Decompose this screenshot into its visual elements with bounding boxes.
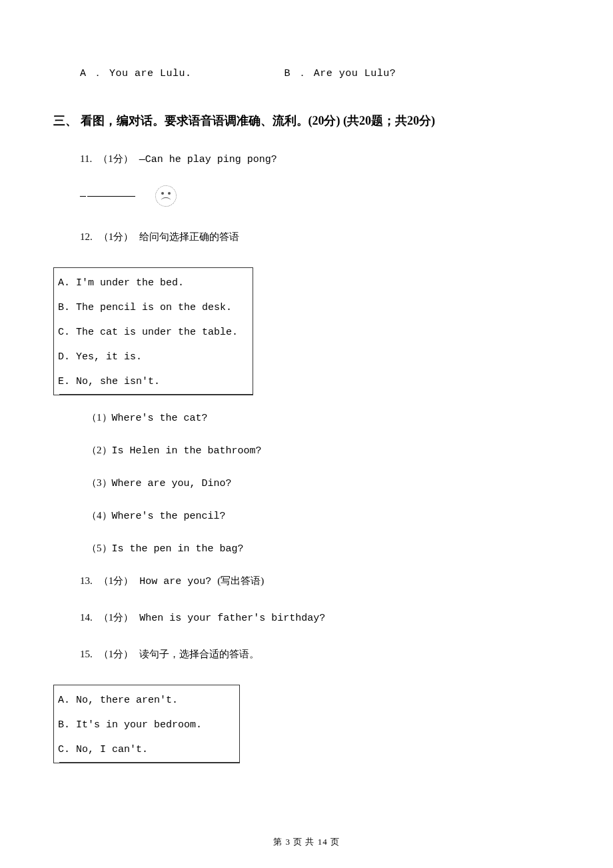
question-12: 12. （1分） 给问句选择正确的答语 bbox=[80, 231, 560, 243]
q12-score: （1分） bbox=[99, 231, 134, 242]
option-a-label: A ． bbox=[80, 68, 103, 79]
q12-sub-5: （5）Is the pen in the bag? bbox=[87, 542, 560, 555]
q12-sub4-text: Where's the pencil? bbox=[112, 511, 226, 522]
footer-text: 第 3 页 共 14 页 bbox=[273, 837, 340, 847]
q12-box-c: C. The cat is under the table. bbox=[58, 320, 249, 345]
q14-number: 14. bbox=[80, 612, 93, 623]
q15-number: 15. bbox=[80, 649, 93, 659]
q12-number: 12. bbox=[80, 231, 93, 242]
q12-sub3-num: （3） bbox=[87, 477, 112, 488]
section-heading: 三、 看图，编对话。要求语音语调准确、流利。(20分) (共20题；共20分) bbox=[53, 113, 560, 129]
q11-prompt: —Can he play ping pong? bbox=[139, 154, 277, 165]
q13-number: 13. bbox=[80, 575, 93, 586]
q15-answer-box: A. No, there aren't. B. It's in your bed… bbox=[53, 685, 240, 763]
page-footer: 第 3 页 共 14 页 bbox=[0, 836, 613, 848]
option-b-label: B ． bbox=[285, 68, 308, 79]
q12-sub-1: （1）Where's the cat? bbox=[87, 411, 560, 424]
q13-prompt-en: How are you? bbox=[139, 576, 217, 587]
q11-answer-line: — bbox=[80, 185, 560, 207]
q12-box-a: A. I'm under the bed. bbox=[58, 271, 249, 295]
question-11: 11. （1分） —Can he play ping pong? — bbox=[80, 153, 560, 207]
q12-sub2-text: Is Helen in the bathroom? bbox=[112, 445, 262, 457]
q12-sub1-text: Where's the cat? bbox=[112, 413, 208, 424]
page-container: A ． You are Lulu. B ． Are you Lulu? 三、 看… bbox=[0, 0, 613, 868]
q14-prompt: When is your father's birthday? bbox=[139, 613, 325, 624]
q11-number: 11. bbox=[80, 153, 92, 164]
q12-sub3-text: Where are you, Dino? bbox=[112, 478, 232, 489]
q12-sub-4: （4）Where's the pencil? bbox=[87, 509, 560, 522]
question-15: 15. （1分） 读句子，选择合适的答语。 bbox=[80, 648, 560, 661]
q11-score: （1分） bbox=[98, 153, 133, 164]
q12-sub1-num: （1） bbox=[87, 412, 112, 423]
q15-score: （1分） bbox=[99, 649, 134, 659]
option-b-text: Are you Lulu? bbox=[314, 68, 396, 79]
q15-box-c: C. No, I can't. bbox=[58, 737, 235, 762]
q14-score: （1分） bbox=[99, 612, 134, 623]
q13-prompt-cn: (写出答语) bbox=[217, 575, 264, 586]
q12-sub5-num: （5） bbox=[87, 543, 112, 553]
question-14: 14. （1分） When is your father's birthday? bbox=[80, 611, 560, 624]
q12-box-d: D. Yes, it is. bbox=[58, 345, 249, 369]
option-a-text: You are Lulu. bbox=[109, 68, 192, 79]
q11-prompt-line: 11. （1分） —Can he play ping pong? bbox=[80, 153, 560, 165]
question-options-row: A ． You are Lulu. B ． Are you Lulu? bbox=[80, 67, 560, 79]
section-title: 看图，编对话。要求语音语调准确、流利。(20分) (共20题；共20分) bbox=[77, 114, 435, 127]
q12-box-e: E. No, she isn't. bbox=[58, 369, 249, 394]
q12-answer-box: A. I'm under the bed. B. The pencil is o… bbox=[53, 267, 253, 395]
q12-prompt-line: 12. （1分） 给问句选择正确的答语 bbox=[80, 231, 560, 243]
q12-box-b: B. The pencil is on the desk. bbox=[58, 295, 249, 320]
q12-sub5-text: Is the pen in the bag? bbox=[112, 543, 244, 555]
sad-face-icon bbox=[155, 185, 177, 207]
box-inner-border bbox=[59, 394, 253, 395]
blank-underline[interactable] bbox=[87, 196, 135, 197]
q15-box-a: A. No, there aren't. bbox=[58, 688, 235, 713]
q12-sub-3: （3）Where are you, Dino? bbox=[87, 477, 560, 489]
section-number: 三、 bbox=[53, 114, 77, 127]
question-13: 13. （1分） How are you? (写出答语) bbox=[80, 575, 560, 587]
q12-sub4-num: （4） bbox=[87, 510, 112, 521]
q12-sub-2: （2）Is Helen in the bathroom? bbox=[87, 444, 560, 457]
q11-dash: — bbox=[80, 191, 86, 202]
box-inner-border bbox=[59, 762, 239, 763]
q13-score: （1分） bbox=[99, 575, 134, 586]
q15-prompt: 读句子，选择合适的答语。 bbox=[139, 649, 259, 659]
q15-box-b: B. It's in your bedroom. bbox=[58, 713, 235, 737]
q12-sub2-num: （2） bbox=[87, 445, 112, 455]
q12-prompt: 给问句选择正确的答语 bbox=[139, 231, 239, 242]
